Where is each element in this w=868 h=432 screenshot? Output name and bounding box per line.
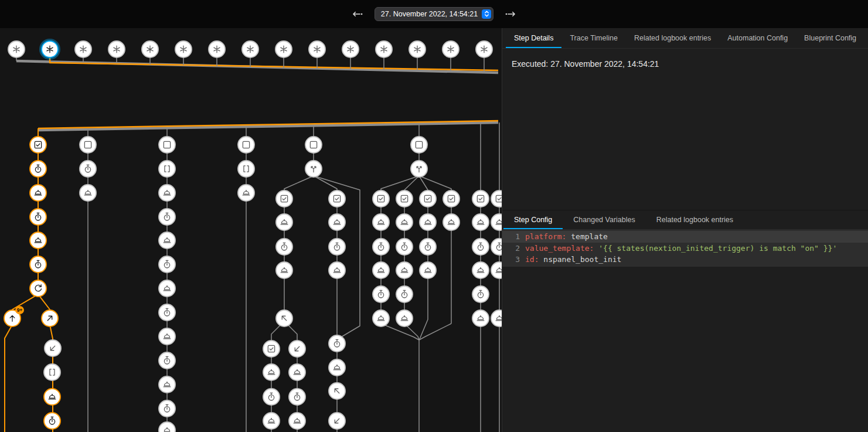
graph-node-checkbox-blank[interactable] — [158, 136, 176, 154]
graph-node-timer[interactable] — [158, 256, 176, 273]
graph-node-timer[interactable] — [29, 208, 47, 226]
tab-automation-config[interactable]: Automation Config — [719, 28, 796, 48]
graph-node-timer[interactable] — [29, 160, 47, 178]
graph-node-bell[interactable] — [43, 388, 61, 406]
graph-node-bell[interactable] — [288, 412, 306, 430]
graph-node-bell[interactable] — [396, 261, 413, 279]
graph-node-checkbox-blank[interactable] — [410, 136, 428, 154]
graph-node-timer[interactable] — [158, 352, 176, 369]
tab-step-details[interactable]: Step Details — [506, 28, 561, 48]
graph-node-bell[interactable] — [442, 213, 460, 231]
graph-node-asterisk[interactable] — [275, 40, 292, 58]
graph-node-bell[interactable] — [158, 280, 176, 297]
graph-node-brackets[interactable] — [43, 363, 61, 381]
graph-node-timer[interactable] — [372, 285, 390, 303]
graph-node-bell[interactable] — [472, 309, 489, 327]
tab-trace-timeline[interactable]: Trace Timeline — [561, 28, 626, 48]
tab-related-logbook-entries[interactable]: Related logbook entries — [626, 28, 719, 48]
graph-node-timer[interactable] — [29, 256, 47, 273]
graph-node-bell[interactable] — [472, 213, 489, 231]
graph-node-bell[interactable] — [396, 213, 413, 231]
graph-node-asterisk[interactable] — [375, 40, 393, 58]
graph-node-bell[interactable] — [328, 261, 346, 279]
graph-node-bell[interactable] — [372, 261, 390, 279]
graph-node-asterisk[interactable] — [475, 40, 493, 58]
graph-node-arrow-top-left[interactable] — [275, 309, 293, 327]
graph-node-arrow-bottom-left[interactable] — [44, 339, 62, 357]
graph-node-bell[interactable] — [328, 359, 346, 376]
graph-node-checkbox-blank[interactable] — [237, 136, 255, 154]
graph-node-bell[interactable] — [263, 412, 280, 430]
graph-node-asterisk[interactable] — [409, 40, 426, 58]
graph-node-bell[interactable] — [275, 213, 293, 231]
tab-step-config[interactable]: Step Config — [503, 210, 563, 229]
graph-node-timer[interactable] — [396, 238, 413, 256]
graph-node-arrow-top-right[interactable] — [41, 309, 59, 327]
graph-node-asterisk[interactable] — [175, 40, 192, 58]
graph-node-arrow-bottom-left[interactable] — [288, 340, 306, 358]
graph-node-bell[interactable] — [328, 213, 346, 231]
graph-node-timer[interactable] — [43, 412, 61, 430]
graph-node-asterisk[interactable] — [41, 40, 59, 58]
graph-node-refresh[interactable] — [29, 280, 47, 297]
graph-node-timer[interactable] — [275, 238, 293, 256]
graph-node-asterisk[interactable] — [8, 40, 25, 58]
graph-node-bell[interactable] — [29, 184, 47, 202]
next-trace-icon[interactable] — [504, 8, 517, 21]
graph-node-bell[interactable] — [275, 261, 293, 279]
graph-node-checkbox-blank[interactable] — [305, 136, 322, 154]
graph-node-asterisk[interactable] — [442, 40, 459, 58]
graph-node-checkbox[interactable] — [396, 190, 413, 208]
graph-node-bell[interactable] — [237, 184, 255, 202]
graph-node-checkbox-blank[interactable] — [79, 136, 97, 154]
trace-selector[interactable]: 27. November 2022, 14:54:21 — [375, 7, 493, 21]
graph-node-arrow-top-left[interactable] — [328, 382, 346, 400]
graph-node-bell[interactable] — [372, 213, 390, 231]
previous-trace-icon[interactable] — [351, 8, 364, 21]
graph-node-asterisk[interactable] — [342, 40, 359, 58]
graph-node-bell[interactable] — [79, 184, 97, 202]
graph-node-bell[interactable] — [158, 328, 176, 345]
graph-node-choose[interactable] — [305, 160, 322, 178]
graph-node-asterisk[interactable] — [108, 40, 125, 58]
graph-node-arrow-up[interactable]: 9+ — [4, 309, 21, 327]
graph-node-timer[interactable] — [158, 208, 176, 226]
graph-node-timer[interactable] — [419, 238, 437, 256]
graph-node-asterisk[interactable] — [241, 40, 259, 58]
graph-node-checkbox[interactable] — [419, 190, 437, 208]
graph-node-checkbox[interactable] — [372, 190, 390, 208]
graph-node-timer[interactable] — [158, 304, 176, 321]
graph-node-bell[interactable] — [419, 261, 437, 279]
graph-node-asterisk[interactable] — [308, 40, 326, 58]
graph-node-checkbox[interactable] — [275, 190, 293, 208]
tab-related-logbook-entries[interactable]: Related logbook entries — [646, 210, 744, 229]
graph-node-asterisk[interactable] — [141, 40, 159, 58]
graph-node-bell[interactable] — [263, 363, 280, 381]
graph-node-brackets[interactable] — [237, 160, 255, 178]
graph-node-bell[interactable] — [158, 232, 176, 249]
graph-node-timer[interactable] — [328, 238, 346, 256]
graph-node-checkbox[interactable] — [29, 136, 47, 154]
graph-node-timer[interactable] — [158, 400, 176, 417]
graph-node-checkbox[interactable] — [472, 190, 489, 208]
graph-node-bell[interactable] — [372, 309, 390, 327]
graph-node-timer[interactable] — [79, 160, 97, 178]
graph-node-timer[interactable] — [263, 388, 280, 406]
graph-node-bell[interactable] — [158, 184, 176, 202]
graph-node-checkbox[interactable] — [442, 190, 460, 208]
graph-node-bell[interactable] — [472, 261, 489, 279]
graph-node-timer[interactable] — [372, 238, 390, 256]
graph-node-asterisk[interactable] — [208, 40, 226, 58]
graph-node-bell[interactable] — [29, 232, 47, 249]
graph-node-bell[interactable] — [158, 376, 176, 393]
graph-node-bell[interactable] — [396, 309, 413, 327]
graph-node-checkbox[interactable] — [328, 190, 346, 208]
graph-node-arrow-bottom-left[interactable] — [328, 412, 346, 430]
graph-node-bell[interactable] — [288, 363, 306, 381]
tab-blueprint-config[interactable]: Blueprint Config — [796, 28, 864, 48]
graph-node-bell[interactable] — [419, 213, 437, 231]
graph-node-checkbox[interactable] — [263, 340, 280, 358]
graph-node-timer[interactable] — [472, 285, 489, 303]
graph-node-asterisk[interactable] — [74, 40, 92, 58]
graph-node-timer[interactable] — [288, 388, 306, 406]
